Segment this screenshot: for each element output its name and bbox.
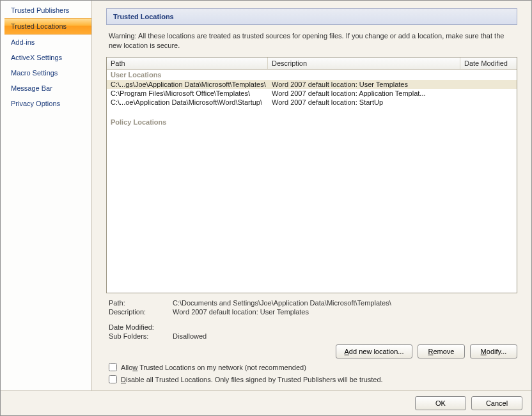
details-desc-value: Word 2007 default location: User Templat… <box>173 308 515 316</box>
modify-button[interactable]: Modify... <box>470 344 517 358</box>
column-header-date-modified[interactable]: Date Modified <box>460 58 517 69</box>
table-row[interactable]: C:\...gs\Joe\Application Data\Microsoft\… <box>107 80 517 89</box>
details-path-value: C:\Documents and Settings\Joe\Applicatio… <box>173 299 515 307</box>
cell-path: C:\...oe\Application Data\Microsoft\Word… <box>107 98 268 107</box>
allow-network-checkbox-row: Allow Trusted Locations on my network (n… <box>106 361 517 373</box>
content-panel: Trusted Locations Warning: All these loc… <box>92 1 531 390</box>
disable-all-label: Disable all Trusted Locations. Only file… <box>121 376 383 383</box>
locations-grid: Path Description Date Modified User Loca… <box>106 57 517 293</box>
details-desc-label: Description: <box>109 308 173 316</box>
cell-desc: Word 2007 default location: Application … <box>268 89 460 98</box>
column-header-description[interactable]: Description <box>268 58 460 69</box>
table-row[interactable]: C:\Program Files\Microsoft Office\Templa… <box>107 89 517 98</box>
main-area: Trusted Publishers Trusted Locations Add… <box>1 1 531 390</box>
details-date-label: Date Modified: <box>109 323 173 331</box>
details-path-label: Path: <box>109 299 173 307</box>
sidebar-item-trusted-publishers[interactable]: Trusted Publishers <box>1 3 91 18</box>
table-row[interactable]: C:\...oe\Application Data\Microsoft\Word… <box>107 98 517 107</box>
sidebar-item-privacy-options[interactable]: Privacy Options <box>1 96 91 111</box>
cell-date <box>460 98 517 107</box>
selection-details: Path: C:\Documents and Settings\Joe\Appl… <box>106 293 517 341</box>
grid-body[interactable]: User Locations C:\...gs\Joe\Application … <box>107 70 517 293</box>
sidebar-item-activex-settings[interactable]: ActiveX Settings <box>1 50 91 65</box>
column-header-path[interactable]: Path <box>107 58 268 69</box>
cell-desc: Word 2007 default location: User Templat… <box>268 80 460 89</box>
cancel-button[interactable]: Cancel <box>471 396 522 410</box>
group-user-locations: User Locations <box>107 70 517 80</box>
allow-network-checkbox[interactable] <box>109 363 117 371</box>
location-buttons-row: Add new location... Remove Modify... <box>106 341 517 361</box>
dialog-button-bar: OK Cancel <box>1 390 531 415</box>
page-title: Trusted Locations <box>106 8 517 25</box>
trust-center-dialog: Trusted Publishers Trusted Locations Add… <box>0 0 532 416</box>
cell-path: C:\Program Files\Microsoft Office\Templa… <box>107 89 268 98</box>
warning-text: Warning: All these locations are treated… <box>106 25 517 57</box>
remove-button[interactable]: Remove <box>418 344 465 358</box>
allow-network-label: Allow Trusted Locations on my network (n… <box>121 364 306 371</box>
disable-all-checkbox-row: Disable all Trusted Locations. Only file… <box>106 373 517 385</box>
details-date-value <box>173 323 515 331</box>
sidebar-item-macro-settings[interactable]: Macro Settings <box>1 65 91 81</box>
sidebar-item-trusted-locations[interactable]: Trusted Locations <box>4 18 91 35</box>
ok-button[interactable]: OK <box>415 396 466 410</box>
details-subfolders-value: Disallowed <box>173 332 515 340</box>
cell-date <box>460 80 517 89</box>
sidebar: Trusted Publishers Trusted Locations Add… <box>1 1 92 390</box>
cell-date <box>460 89 517 98</box>
add-new-location-button[interactable]: Add new location... <box>336 344 412 358</box>
sidebar-item-message-bar[interactable]: Message Bar <box>1 81 91 96</box>
grid-header: Path Description Date Modified <box>107 58 517 70</box>
group-policy-locations: Policy Locations <box>107 117 517 127</box>
cell-desc: Word 2007 default location: StartUp <box>268 98 460 107</box>
cell-path: C:\...gs\Joe\Application Data\Microsoft\… <box>107 80 268 89</box>
details-subfolders-label: Sub Folders: <box>109 332 173 340</box>
disable-all-checkbox[interactable] <box>109 375 117 383</box>
sidebar-item-addins[interactable]: Add-ins <box>1 35 91 50</box>
